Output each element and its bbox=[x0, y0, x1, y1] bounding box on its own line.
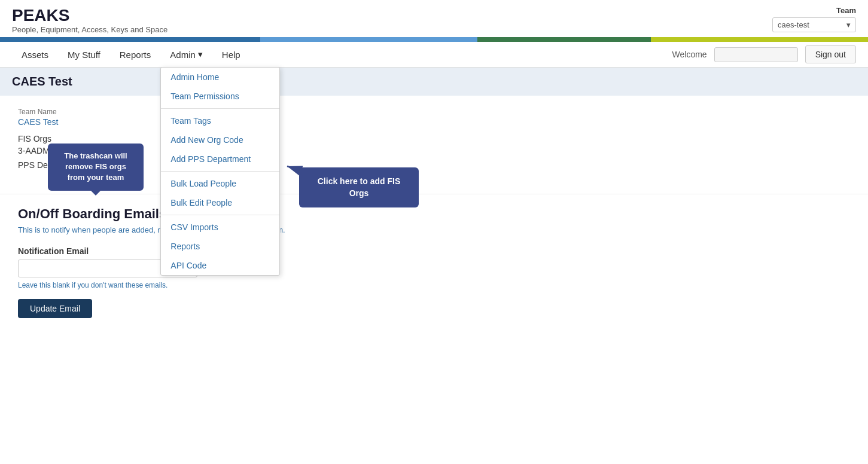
team-name-label: Team Name bbox=[18, 108, 850, 116]
admin-menu-reports[interactable]: Reports bbox=[161, 237, 279, 256]
admin-menu-add-new-org-code[interactable]: Add New Org Code bbox=[161, 130, 279, 149]
tooltip-trashcan: The trashcan will remove FIS orgs from y… bbox=[48, 144, 144, 191]
nav-assets[interactable]: Assets bbox=[12, 42, 58, 67]
team-select[interactable]: caes-test ▾ bbox=[772, 17, 856, 32]
app-title: PEAKS bbox=[12, 6, 167, 25]
admin-menu-bulk-edit-people[interactable]: Bulk Edit People bbox=[161, 193, 279, 212]
nav-admin-label: Admin bbox=[170, 50, 196, 60]
menu-divider-1 bbox=[161, 108, 279, 109]
admin-menu-team-permissions[interactable]: Team Permissions bbox=[161, 87, 279, 106]
nav-my-stuff[interactable]: My Stuff bbox=[58, 42, 110, 67]
team-label: Team bbox=[772, 6, 856, 15]
dropdown-arrow-icon: ▾ bbox=[198, 49, 203, 60]
page-title: CAES Test bbox=[12, 75, 856, 88]
chevron-down-icon: ▾ bbox=[846, 20, 851, 29]
nav-right-area: Welcome Sign out bbox=[672, 45, 856, 63]
admin-menu-admin-home[interactable]: Admin Home bbox=[161, 68, 279, 87]
app-subtitle: People, Equipment, Access, Keys and Spac… bbox=[12, 25, 167, 34]
tooltip-fisorg: Click here to add FIS Orgs bbox=[299, 167, 419, 207]
admin-menu-csv-imports[interactable]: CSV Imports bbox=[161, 218, 279, 237]
onboarding-title: On/Off Boarding Emails bbox=[18, 206, 850, 222]
nav-reports[interactable]: Reports bbox=[110, 42, 161, 67]
onboarding-section: On/Off Boarding Emails This is to notify… bbox=[0, 194, 868, 330]
welcome-input[interactable] bbox=[714, 47, 798, 62]
update-email-button[interactable]: Update Email bbox=[18, 299, 92, 318]
fis-org-value: 3-AADM bbox=[18, 146, 50, 155]
notification-email-label: Notification Email bbox=[18, 246, 850, 256]
admin-menu-team-tags[interactable]: Team Tags bbox=[161, 111, 279, 130]
onboarding-subtitle: This is to notify when people are added,… bbox=[18, 225, 850, 234]
admin-dropdown-wrapper: Admin ▾ Admin Home Team Permissions Team… bbox=[160, 42, 212, 67]
app-branding: PEAKS People, Equipment, Access, Keys an… bbox=[12, 6, 167, 34]
page-header: CAES Test bbox=[0, 68, 868, 96]
app-header: PEAKS People, Equipment, Access, Keys an… bbox=[0, 0, 868, 37]
fis-orgs-label: FIS Orgs bbox=[18, 134, 850, 144]
nav-admin[interactable]: Admin ▾ bbox=[160, 42, 212, 67]
menu-divider-2 bbox=[161, 171, 279, 172]
signout-button[interactable]: Sign out bbox=[805, 45, 856, 63]
admin-menu-add-pps-department[interactable]: Add PPS Department bbox=[161, 149, 279, 169]
welcome-text: Welcome bbox=[672, 50, 707, 59]
team-name-value: CAES Test bbox=[18, 117, 850, 127]
team-selector-area: Team caes-test ▾ bbox=[772, 6, 856, 32]
menu-divider-3 bbox=[161, 215, 279, 215]
admin-menu-bulk-load-people[interactable]: Bulk Load People bbox=[161, 174, 279, 193]
admin-dropdown-menu: Admin Home Team Permissions Team Tags Ad… bbox=[160, 67, 280, 276]
admin-menu-api-code[interactable]: API Code bbox=[161, 256, 279, 275]
navbar: Assets My Stuff Reports Admin ▾ Admin Ho… bbox=[0, 42, 868, 68]
team-select-value: caes-test bbox=[778, 20, 809, 29]
color-bar bbox=[0, 37, 868, 42]
email-hint: Leave this blank if you don't want these… bbox=[18, 281, 850, 289]
nav-help[interactable]: Help bbox=[212, 42, 250, 67]
